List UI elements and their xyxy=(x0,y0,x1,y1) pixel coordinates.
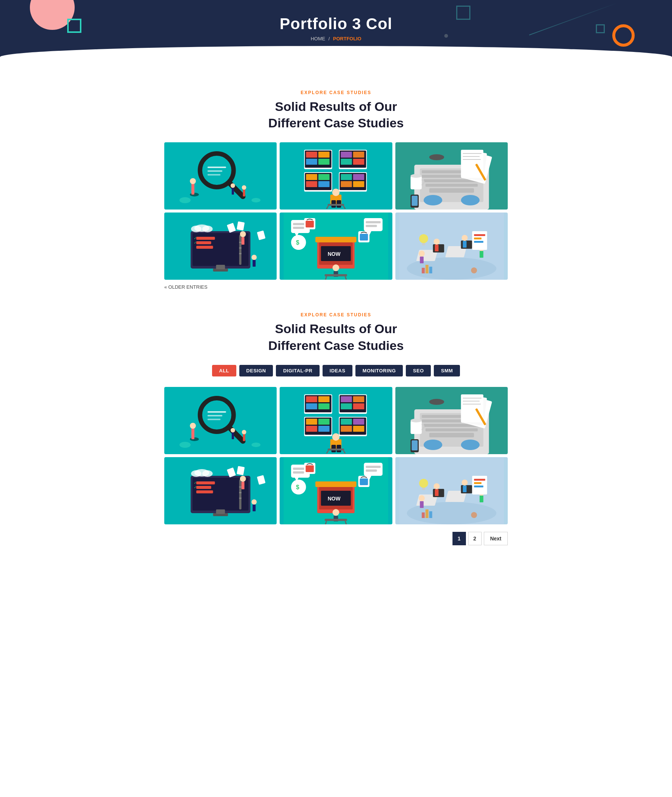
svg-point-87 xyxy=(202,226,213,232)
filter-tab-digital-pr[interactable]: DIGITAL-PR xyxy=(276,365,319,377)
svg-point-278 xyxy=(419,479,428,488)
older-entries[interactable]: « OLDER ENTRIES xyxy=(164,284,508,290)
portfolio-item-2-3[interactable] xyxy=(395,387,508,454)
pagination: 1 2 Next xyxy=(164,532,508,545)
svg-rect-186 xyxy=(328,449,344,451)
svg-rect-221 xyxy=(239,479,242,510)
svg-rect-173 xyxy=(318,419,330,425)
svg-rect-30 xyxy=(306,174,317,180)
svg-rect-166 xyxy=(341,396,352,402)
svg-point-149 xyxy=(252,443,261,447)
svg-point-136 xyxy=(419,234,428,243)
illustration-dashboard-2 xyxy=(280,387,392,454)
svg-text:✓: ✓ xyxy=(194,236,197,240)
filter-tab-design[interactable]: DESIGN xyxy=(239,365,273,377)
svg-rect-131 xyxy=(420,257,423,263)
illustration-monitor-upload: ✓ ✓ xyxy=(164,213,277,280)
page-btn-1[interactable]: 1 xyxy=(453,532,466,545)
portfolio-item-1-2[interactable] xyxy=(280,142,392,210)
svg-rect-31 xyxy=(318,174,330,180)
svg-point-138 xyxy=(471,268,477,273)
svg-text:NOW: NOW xyxy=(328,496,341,502)
filter-tab-smm[interactable]: SMM xyxy=(434,365,460,377)
svg-point-197 xyxy=(423,439,442,450)
svg-rect-274 xyxy=(472,476,487,494)
filter-tab-all[interactable]: ALL xyxy=(212,365,236,377)
portfolio-item-1-5[interactable]: $ NOW xyxy=(280,213,392,280)
svg-point-12 xyxy=(231,183,235,188)
svg-rect-214 xyxy=(196,481,215,484)
svg-rect-89 xyxy=(253,260,256,267)
svg-rect-196 xyxy=(429,433,474,437)
svg-rect-100 xyxy=(366,221,381,223)
portfolio-item-2-1[interactable] xyxy=(164,387,277,454)
main-content: EXPLORE CASE STUDIES Solid Results of Ou… xyxy=(157,67,515,560)
svg-rect-275 xyxy=(474,479,485,481)
svg-rect-72 xyxy=(196,237,215,240)
svg-point-268 xyxy=(461,479,467,486)
svg-rect-139 xyxy=(421,268,424,273)
portfolio-item-2-4[interactable]: ✓ ✓ xyxy=(164,457,277,524)
svg-point-41 xyxy=(332,189,340,196)
svg-rect-137 xyxy=(422,243,425,245)
svg-rect-135 xyxy=(474,241,483,243)
portfolio-item-2-5[interactable]: $ NOW xyxy=(280,457,392,524)
svg-text:NOW: NOW xyxy=(328,251,341,257)
svg-rect-54 xyxy=(429,188,474,193)
filter-tab-seo[interactable]: SEO xyxy=(406,365,431,377)
svg-rect-242 xyxy=(366,466,381,468)
illustration-dashboard xyxy=(280,142,392,210)
svg-point-183 xyxy=(332,433,340,441)
portfolio-item-2-6[interactable] xyxy=(395,457,508,524)
page-btn-2[interactable]: 2 xyxy=(468,532,482,545)
illustration-laptop-2 xyxy=(395,387,508,454)
svg-rect-10 xyxy=(208,174,221,176)
svg-point-56 xyxy=(461,195,479,205)
portfolio-item-1-1[interactable] xyxy=(164,142,277,210)
svg-rect-140 xyxy=(425,265,428,273)
svg-rect-273 xyxy=(420,501,423,508)
svg-rect-134 xyxy=(474,237,481,239)
svg-rect-105 xyxy=(360,234,368,241)
svg-rect-168 xyxy=(341,403,352,409)
filter-tab-monitoring[interactable]: MONITORING xyxy=(355,365,403,377)
svg-rect-73 xyxy=(196,241,211,244)
svg-text:$: $ xyxy=(296,484,299,491)
svg-rect-129 xyxy=(479,251,483,258)
svg-rect-276 xyxy=(474,482,481,484)
svg-rect-38 xyxy=(341,181,352,187)
svg-point-88 xyxy=(252,255,257,260)
svg-point-272 xyxy=(419,495,424,501)
svg-rect-257 xyxy=(325,519,347,521)
svg-rect-180 xyxy=(341,426,352,432)
portfolio-item-2-2[interactable] xyxy=(280,387,392,454)
svg-rect-269 xyxy=(462,486,466,492)
filter-tab-ideas[interactable]: IDEAS xyxy=(323,365,352,377)
svg-rect-24 xyxy=(341,152,352,157)
svg-rect-133 xyxy=(474,234,485,236)
svg-point-65 xyxy=(429,154,444,160)
svg-rect-8 xyxy=(208,167,226,168)
svg-rect-27 xyxy=(353,159,364,165)
svg-rect-9 xyxy=(208,170,222,172)
svg-point-6 xyxy=(179,197,191,203)
svg-rect-103 xyxy=(306,221,314,228)
older-entries-link[interactable]: « OLDER ENTRIES xyxy=(164,284,208,290)
section2-header: EXPLORE CASE STUDIES Solid Results of Ou… xyxy=(164,312,508,353)
svg-rect-150 xyxy=(208,411,226,413)
page-header: Portfolio 3 Col HOME / PORTFOLIO xyxy=(0,0,672,67)
svg-point-266 xyxy=(434,483,439,489)
svg-rect-220 xyxy=(216,510,225,514)
svg-rect-78 xyxy=(216,265,225,269)
svg-rect-127 xyxy=(462,241,466,248)
svg-rect-181 xyxy=(353,426,364,432)
breadcrumb-home-link[interactable]: HOME xyxy=(310,36,325,42)
illustration-team-isometric-2 xyxy=(395,457,508,524)
portfolio-item-1-4[interactable]: ✓ ✓ xyxy=(164,213,277,280)
svg-rect-267 xyxy=(435,489,438,496)
svg-rect-74 xyxy=(196,246,213,249)
portfolio-item-1-3[interactable] xyxy=(395,142,508,210)
page-btn-next[interactable]: Next xyxy=(484,532,508,545)
portfolio-item-1-6[interactable] xyxy=(395,213,508,280)
svg-rect-20 xyxy=(306,159,317,165)
